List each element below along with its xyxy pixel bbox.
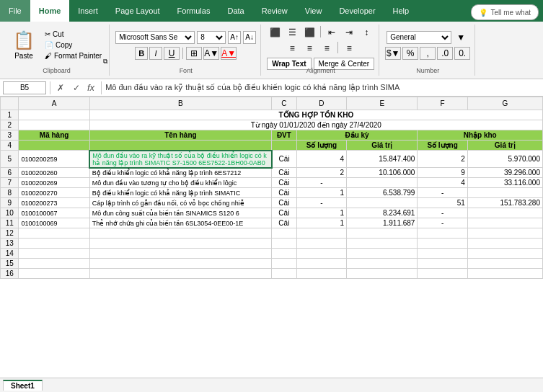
cell-a5[interactable]: 0100200259 [19, 151, 89, 168]
cell-f5[interactable]: 2 [418, 151, 467, 168]
underline-button[interactable]: U [164, 47, 180, 60]
cell-c3[interactable]: ĐVT [272, 130, 297, 141]
indent-increase-button[interactable]: ⇥ [341, 26, 357, 39]
cell-d10[interactable]: 1 [296, 208, 346, 218]
tab-review[interactable]: Review [253, 0, 296, 22]
accounting-format-button[interactable]: $▼ [385, 47, 401, 60]
row-header-8[interactable]: 8 [1, 188, 19, 198]
confirm-formula-icon[interactable]: ✓ [70, 81, 83, 94]
cell-a3[interactable]: Mã hàng [19, 130, 89, 141]
col-header-b[interactable]: B [89, 97, 271, 110]
align-center-button[interactable]: ≡ [301, 42, 317, 55]
border-button[interactable]: ⊞ [186, 47, 202, 60]
clipboard-expand-icon[interactable]: ⧉ [103, 58, 107, 66]
cell-a1[interactable] [19, 110, 89, 120]
cell-e9[interactable] [347, 198, 418, 208]
tab-file[interactable]: File [0, 0, 30, 22]
cell-a7[interactable]: 0100200269 [19, 178, 89, 188]
font-name-select[interactable]: Microsoft Sans Se [115, 31, 195, 44]
cell-b3[interactable]: Tên hàng [89, 130, 271, 141]
cell-e6[interactable]: 10.106.000 [347, 168, 418, 178]
cell-b3b[interactable] [89, 141, 271, 151]
cell-b10[interactable]: Mô đun công suất của biến tần SINAMICS S… [89, 208, 271, 218]
cell-c8[interactable]: Cái [272, 188, 297, 198]
col-header-a[interactable]: A [19, 97, 89, 110]
cell-e3b-gia-tri[interactable]: Giá trị [347, 141, 418, 151]
cell-e5[interactable]: 15.847.400 [347, 151, 418, 168]
increase-decimal-button[interactable]: .0 [437, 47, 453, 60]
row-header-11[interactable]: 11 [1, 218, 19, 228]
cell-a8[interactable]: 0100200270 [19, 188, 89, 198]
row-header-7[interactable]: 7 [1, 178, 19, 188]
indent-decrease-button[interactable]: ⇤ [324, 26, 340, 39]
cut-button[interactable]: ✂ Cut [42, 30, 105, 39]
cell-g6[interactable]: 39.296.000 [467, 168, 542, 178]
cell-d5[interactable]: 4 [296, 151, 346, 168]
cell-d3-dau-ky[interactable]: Đầu kỳ [296, 130, 418, 141]
align-bottom-button[interactable]: ⬛ [301, 26, 317, 39]
comma-button[interactable]: , [420, 47, 436, 60]
cell-e8[interactable]: 6.538.799 [347, 188, 418, 198]
cell-b9[interactable]: Cáp lập trình có gắn đầu nối, có vỏ bọc … [89, 198, 271, 208]
cell-b2-subtitle[interactable]: Từ ngày 01/01/2020 đến ngày 27/4/2020 [89, 120, 542, 130]
cell-b6[interactable]: Bộ điều khiển logic có khả năng lập trìn… [89, 168, 271, 178]
fill-color-button[interactable]: A▼ [203, 47, 219, 60]
cell-f3b-so-luong[interactable]: Số lượng [418, 141, 467, 151]
col-header-d[interactable]: D [296, 97, 346, 110]
cell-d6[interactable]: 2 [296, 168, 346, 178]
justify-button[interactable]: ≡ [341, 42, 357, 55]
tab-insert[interactable]: Insert [69, 0, 107, 22]
row-header-9[interactable]: 9 [1, 198, 19, 208]
number-format-select[interactable]: General [387, 31, 451, 44]
font-increase-button[interactable]: A↑ [228, 31, 241, 44]
cell-g11[interactable] [467, 218, 542, 228]
cell-d11[interactable]: 1 [296, 218, 346, 228]
cell-g10[interactable] [467, 208, 542, 218]
cell-e7[interactable] [347, 178, 418, 188]
cell-f8[interactable]: - [418, 188, 467, 198]
format-painter-button[interactable]: 🖌 Format Painter [42, 51, 105, 61]
cell-c7[interactable]: Cái [272, 178, 297, 188]
cell-c3b[interactable] [272, 141, 297, 151]
cell-d3b-so-luong[interactable]: Số lượng [296, 141, 346, 151]
sheet-tab-sheet1[interactable]: Sheet1 [3, 380, 43, 391]
cell-g3b-gia-tri[interactable]: Giá trị [467, 141, 542, 151]
tab-home[interactable]: Home [30, 0, 70, 22]
cell-f7[interactable]: 4 [418, 178, 467, 188]
cell-d7[interactable]: - [296, 178, 346, 188]
row-header-3b[interactable]: 4 [1, 141, 19, 151]
col-header-f[interactable]: F [418, 97, 467, 110]
align-left-button[interactable]: ≡ [284, 42, 300, 55]
cell-f3-nhap-kho[interactable]: Nhập kho [418, 130, 543, 141]
row-header-10[interactable]: 10 [1, 208, 19, 218]
cell-b7[interactable]: Mô đun đầu vào tương tự cho bộ điều khiể… [89, 178, 271, 188]
tab-formulas[interactable]: Formulas [169, 0, 219, 22]
align-right-button[interactable]: ≡ [319, 42, 335, 55]
cell-d9[interactable]: - [296, 198, 346, 208]
row-header-2[interactable]: 2 [1, 120, 19, 130]
cell-reference-box[interactable]: B5 [3, 81, 46, 94]
cell-a2[interactable] [19, 120, 89, 130]
cell-g5[interactable]: 5.970.000 [467, 151, 542, 168]
row-header-6[interactable]: 6 [1, 168, 19, 178]
row-header-5[interactable]: 5 [1, 151, 19, 168]
tab-page-layout[interactable]: Page Layout [107, 0, 169, 22]
tab-help[interactable]: Help [384, 0, 418, 22]
row-header-13[interactable]: 13 [1, 239, 19, 249]
decrease-decimal-button[interactable]: 0. [454, 47, 470, 60]
row-header-12[interactable]: 12 [1, 228, 19, 239]
font-size-select[interactable]: 8 [197, 31, 226, 44]
cell-f10[interactable]: - [418, 208, 467, 218]
font-color-button[interactable]: A▼ [221, 47, 237, 60]
italic-button[interactable]: I [149, 47, 162, 60]
cell-g7[interactable]: 33.116.000 [467, 178, 542, 188]
tell-me-box[interactable]: 💡 Tell me what [471, 4, 539, 20]
row-header-16[interactable]: 16 [1, 269, 19, 279]
font-decrease-button[interactable]: A↓ [243, 31, 256, 44]
cell-g8[interactable] [467, 188, 542, 198]
cell-f11[interactable]: - [418, 218, 467, 228]
cell-a10[interactable]: 0100100067 [19, 208, 89, 218]
cell-c6[interactable]: Cái [272, 168, 297, 178]
percent-button[interactable]: % [402, 47, 418, 60]
row-header-3[interactable]: 3 [1, 130, 19, 141]
